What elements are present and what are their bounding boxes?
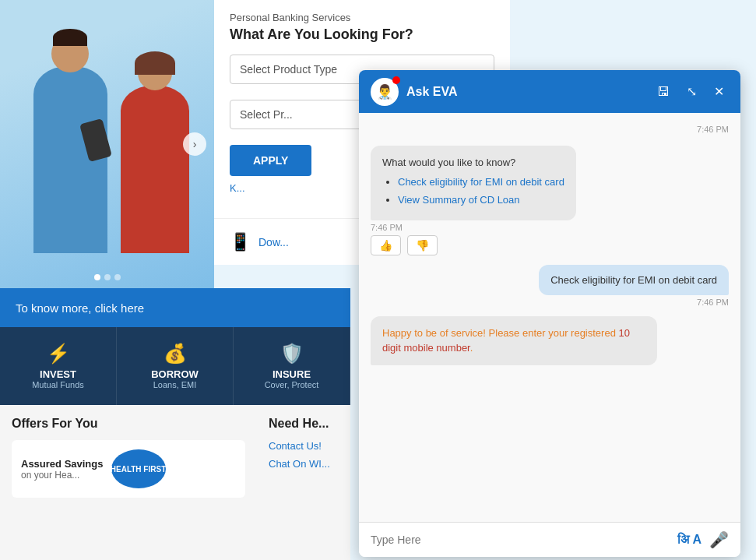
chat-input-area: अि A 🎤 (359, 522, 740, 557)
option-emi-eligibility[interactable]: Check eligibility for EMI on debit card (398, 176, 564, 188)
contact-us-link[interactable]: Contact Us! (269, 440, 339, 452)
invest-label: INVEST (40, 368, 76, 380)
notification-dot (392, 76, 400, 84)
chat-avatar: 👨‍⚕️ (371, 78, 399, 106)
user-message-row: Check eligibility for EMI on debit card … (371, 265, 729, 307)
carousel-dot (114, 274, 121, 280)
offers-section: Offers For You Assured Savings on your H… (0, 405, 257, 560)
thumbs-up-button[interactable]: 👍 (371, 235, 401, 255)
chat-on-wi-link[interactable]: Chat On WI... (269, 458, 339, 470)
chat-save-button[interactable]: 🖫 (652, 82, 674, 102)
bot-bubble-1: What would you like to know? Check eligi… (371, 146, 576, 220)
user-bubble-1: Check eligibility for EMI on debit card (539, 265, 729, 295)
info-banner-text: To know more, click here (16, 301, 144, 315)
carousel-next-arrow[interactable]: › (183, 132, 206, 156)
badge-line1: HEALTH (111, 465, 142, 474)
chat-message-input[interactable] (371, 534, 670, 546)
insure-icon: 🛡️ (280, 343, 304, 365)
thumbs-down-button[interactable]: 👎 (407, 235, 438, 255)
user-bubble-text: Check eligibility for EMI on debit card (550, 274, 717, 286)
hero-image (0, 0, 214, 288)
banking-title: What Are You Looking For? (230, 26, 494, 43)
chat-title: Ask EVA (406, 85, 645, 99)
info-banner[interactable]: To know more, click here (0, 288, 350, 327)
chat-body: 7:46 PM What would you like to know? Che… (359, 113, 740, 522)
banking-subtitle: Personal Banking Services (230, 12, 494, 23)
apply-button[interactable]: APPLY (230, 145, 311, 176)
help-section: Need He... Contact Us! Chat On WI... (257, 405, 350, 560)
borrow-label: BORROW (151, 368, 199, 380)
microphone-button[interactable]: 🎤 (709, 530, 729, 549)
hero-section: › (0, 0, 214, 288)
borrow-sublabel: Loans, EMI (153, 380, 197, 389)
offer-card-subtitle: on your Hea... (21, 470, 104, 481)
carousel-dot (94, 274, 100, 280)
chat-minimize-button[interactable]: ⤡ (682, 81, 701, 102)
bot-options-list: Check eligibility for EMI on debit card … (398, 174, 564, 208)
happy-text-part1: Happy to be of service! Please enter you… (382, 327, 619, 339)
option-cd-loan[interactable]: View Summary of CD Loan (398, 194, 520, 206)
invest-sublabel: Mutual Funds (32, 380, 84, 389)
user-message-time: 7:46 PM (371, 298, 729, 307)
happy-text-period: . (470, 342, 473, 354)
hindi-language-button[interactable]: अि A (677, 533, 701, 547)
initial-timestamp: 7:46 PM (371, 125, 729, 134)
offer-card-title: Assured Savings (21, 458, 104, 470)
bot-message-time-1: 7:46 PM (371, 223, 729, 232)
nav-icons-section: ⚡ INVEST Mutual Funds 💰 BORROW Loans, EM… (0, 327, 350, 405)
bot-response-row: Happy to be of service! Please enter you… (371, 316, 729, 365)
carousel-dots (94, 274, 121, 280)
carousel-dot (104, 274, 111, 280)
invest-icon: ⚡ (47, 343, 70, 365)
bot-bubble-text: What would you like to know? (382, 157, 515, 168)
mobile-icon: 📱 (230, 232, 251, 252)
offer-card[interactable]: Assured Savings on your Hea... HEALTH FI… (12, 440, 245, 498)
insure-label: INSURE (273, 368, 311, 380)
eva-avatar-icon: 👨‍⚕️ (376, 83, 393, 100)
feedback-row: 👍 👎 (371, 235, 438, 255)
nav-item-invest[interactable]: ⚡ INVEST Mutual Funds (0, 327, 117, 405)
chat-close-button[interactable]: ✕ (709, 81, 729, 102)
insure-sublabel: Cover, Protect (265, 380, 319, 389)
chat-window: 👨‍⚕️ Ask EVA 🖫 ⤡ ✕ 7:46 PM What would yo… (359, 70, 740, 557)
nav-item-borrow[interactable]: 💰 BORROW Loans, EMI (117, 327, 234, 405)
chat-header: 👨‍⚕️ Ask EVA 🖫 ⤡ ✕ (359, 70, 740, 113)
borrow-icon: 💰 (164, 343, 187, 365)
badge-line2: FIRST (143, 465, 166, 474)
bot-bubble-2: Happy to be of service! Please enter you… (371, 316, 657, 365)
health-badge: HEALTH FIRST (111, 449, 166, 488)
nav-item-insure[interactable]: 🛡️ INSURE Cover, Protect (234, 327, 350, 405)
bot-message-row: What would you like to know? Check eligi… (371, 146, 729, 255)
help-title: Need He... (269, 417, 339, 431)
download-text[interactable]: Dow... (258, 236, 289, 248)
offers-title: Offers For You (12, 417, 245, 431)
